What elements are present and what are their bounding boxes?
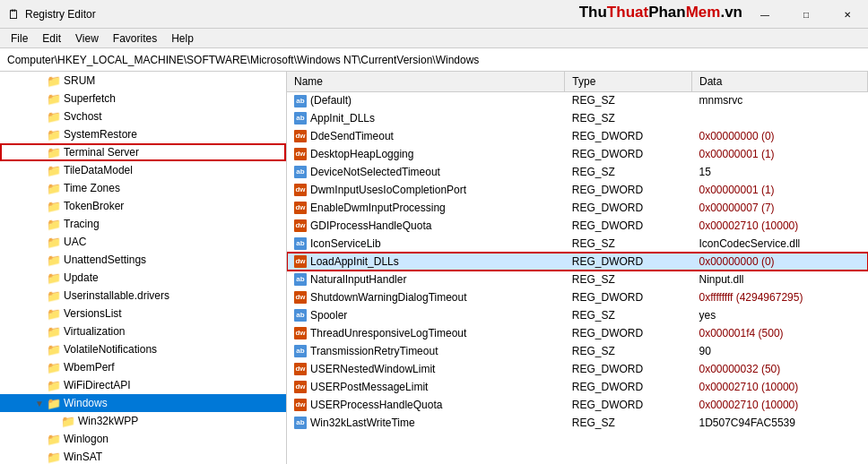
type-icon: dw bbox=[294, 399, 307, 411]
tree-item[interactable]: 📁SRUM bbox=[0, 72, 286, 90]
row-data bbox=[692, 109, 868, 127]
table-row[interactable]: ab(Default)REG_SZmnmsrvc bbox=[287, 91, 868, 109]
tree-item[interactable]: 📁Winlogon bbox=[0, 430, 286, 448]
table-row[interactable]: dwUSERPostMessageLimitREG_DWORD0x0000271… bbox=[287, 378, 868, 396]
menu-help[interactable]: Help bbox=[164, 30, 201, 47]
maximize-button[interactable]: □ bbox=[786, 0, 827, 29]
row-type: REG_DWORD bbox=[565, 324, 692, 342]
watermark: ThuThuatPhanMem.vn bbox=[579, 4, 742, 21]
folder-icon: 📁 bbox=[47, 433, 61, 446]
tree-label: Tracing bbox=[64, 218, 100, 230]
type-icon: ab bbox=[294, 112, 307, 125]
folder-icon: 📁 bbox=[47, 200, 61, 213]
type-icon: ab bbox=[294, 273, 307, 286]
tree-label: Win32kWPP bbox=[78, 415, 138, 427]
tree-item[interactable]: 📁Virtualization bbox=[0, 322, 286, 340]
tree-item[interactable]: 📁Time Zones bbox=[0, 179, 286, 197]
menu-edit[interactable]: Edit bbox=[35, 30, 68, 47]
tree-item[interactable]: 📁Win32kWPP bbox=[0, 412, 286, 430]
folder-icon: 📁 bbox=[47, 253, 61, 267]
tree-item[interactable]: 📁VersionsList bbox=[0, 305, 286, 322]
tree-expand-icon[interactable]: ▼ bbox=[32, 399, 47, 408]
tree-item[interactable]: 📁WiFiDirectAPI bbox=[0, 376, 286, 394]
table-row[interactable]: abTransmissionRetryTimeoutREG_SZ90 bbox=[287, 342, 868, 360]
tree-label: UnattendSettings bbox=[64, 253, 146, 266]
folder-icon: 📁 bbox=[47, 451, 61, 464]
app-title: Registry Editor bbox=[25, 8, 96, 21]
table-row[interactable]: dwThreadUnresponsiveLogTimeoutREG_DWORD0… bbox=[287, 324, 868, 342]
table-row[interactable]: dwDdeSendTimeoutREG_DWORD0x00000000 (0) bbox=[287, 127, 868, 145]
tree-label: VersionsList bbox=[64, 307, 122, 320]
tree-item[interactable]: 📁Userinstallable.drivers bbox=[0, 287, 286, 305]
tree-label: SystemRestore bbox=[64, 128, 137, 141]
menu-file[interactable]: File bbox=[4, 30, 35, 47]
table-row[interactable]: abIconServiceLibREG_SZIconCodecService.d… bbox=[287, 235, 868, 253]
row-type: REG_DWORD bbox=[565, 378, 692, 396]
type-icon: ab bbox=[294, 166, 307, 178]
row-name: dwDwmInputUsesIoCompletionPort bbox=[287, 181, 565, 199]
type-icon: dw bbox=[294, 381, 307, 393]
tree-item[interactable]: 📁Svchost bbox=[0, 107, 286, 125]
type-icon: dw bbox=[294, 291, 307, 304]
tree-item[interactable]: 📁WinSAT bbox=[0, 448, 286, 464]
table-row[interactable]: dwDwmInputUsesIoCompletionPortREG_DWORD0… bbox=[287, 181, 868, 199]
menu-favorites[interactable]: Favorites bbox=[106, 30, 164, 47]
row-data: 0x00000001 (1) bbox=[692, 145, 868, 163]
close-button[interactable]: ✕ bbox=[827, 0, 868, 29]
tree-item[interactable]: 📁Tracing bbox=[0, 215, 286, 233]
row-name: dwUSERNestedWindowLimit bbox=[287, 360, 565, 378]
table-row[interactable]: abDeviceNotSelectedTimeoutREG_SZ15 bbox=[287, 163, 868, 181]
row-name: abDeviceNotSelectedTimeout bbox=[287, 163, 565, 181]
table-row[interactable]: dwDesktopHeapLoggingREG_DWORD0x00000001 … bbox=[287, 145, 868, 163]
row-data: IconCodecService.dll bbox=[692, 235, 868, 253]
tree-label: Time Zones bbox=[64, 182, 120, 194]
table-row[interactable]: dwUSERProcessHandleQuotaREG_DWORD0x00002… bbox=[287, 396, 868, 414]
tree-item[interactable]: ▼📁Windows bbox=[0, 394, 286, 412]
window-controls[interactable]: — □ ✕ bbox=[744, 0, 868, 29]
tree-item[interactable]: 📁VolatileNotifications bbox=[0, 340, 286, 358]
right-panel[interactable]: Name Type Data ab(Default)REG_SZmnmsrvca… bbox=[287, 72, 868, 464]
row-name: dwThreadUnresponsiveLogTimeout bbox=[287, 324, 565, 342]
row-data: 0x000001f4 (500) bbox=[692, 324, 868, 342]
tree-item[interactable]: 📁Superfetch bbox=[0, 90, 286, 107]
row-data: 0x00002710 (10000) bbox=[692, 396, 868, 414]
folder-icon: 📁 bbox=[61, 415, 75, 428]
table-row[interactable]: dwUSERNestedWindowLimitREG_DWORD0x000000… bbox=[287, 360, 868, 378]
row-type: REG_DWORD bbox=[565, 288, 692, 306]
tree-item[interactable]: 📁SystemRestore bbox=[0, 125, 286, 143]
left-panel[interactable]: 📁SRUM📁Superfetch📁Svchost📁SystemRestore📁T… bbox=[0, 72, 287, 464]
table-row[interactable]: abWin32kLastWriteTimeREG_SZ1D507C94FAC55… bbox=[287, 414, 868, 432]
table-row[interactable]: dwShutdownWarningDialogTimeoutREG_DWORD0… bbox=[287, 288, 868, 306]
table-row[interactable]: dwGDIProcessHandleQuotaREG_DWORD0x000027… bbox=[287, 217, 868, 235]
menu-view[interactable]: View bbox=[68, 30, 106, 47]
table-row[interactable]: abNaturalInputHandlerREG_SZNinput.dll bbox=[287, 271, 868, 288]
table-row[interactable]: abAppInit_DLLsREG_SZ bbox=[287, 109, 868, 127]
row-type: REG_SZ bbox=[565, 235, 692, 253]
table-row[interactable]: dwEnableDwmInputProcessingREG_DWORD0x000… bbox=[287, 199, 868, 217]
row-data: 1D507C94FAC5539 bbox=[692, 414, 868, 432]
tree-label: UAC bbox=[64, 236, 86, 248]
tree-item[interactable]: 📁Update bbox=[0, 269, 286, 287]
tree-item[interactable]: 📁UAC bbox=[0, 233, 286, 251]
type-icon: dw bbox=[294, 148, 307, 160]
folder-icon: 📁 bbox=[47, 146, 61, 159]
row-name: abWin32kLastWriteTime bbox=[287, 414, 565, 432]
row-name: abAppInit_DLLs bbox=[287, 109, 565, 127]
row-data: 0xffffffff (4294967295) bbox=[692, 288, 868, 306]
table-row[interactable]: dwLoadAppInit_DLLsREG_DWORD0x00000000 (0… bbox=[287, 253, 868, 271]
tree-item[interactable]: 📁UnattendSettings bbox=[0, 251, 286, 269]
tree-label: Svchost bbox=[64, 110, 102, 123]
tree-item[interactable]: 📁Terminal Server bbox=[0, 143, 286, 161]
minimize-button[interactable]: — bbox=[744, 0, 786, 29]
row-type: REG_SZ bbox=[565, 91, 692, 109]
tree-item[interactable]: 📁TileDataModel bbox=[0, 161, 286, 179]
table-row[interactable]: abSpoolerREG_SZyes bbox=[287, 306, 868, 324]
app-icon: 🗒 bbox=[7, 7, 20, 21]
folder-icon: 📁 bbox=[47, 289, 61, 303]
tree-item[interactable]: 📁WbemPerf bbox=[0, 358, 286, 376]
type-icon: ab bbox=[294, 309, 307, 322]
row-type: REG_DWORD bbox=[565, 145, 692, 163]
tree-label: Terminal Server bbox=[64, 146, 139, 159]
tree-item[interactable]: 📁TokenBroker bbox=[0, 197, 286, 215]
row-type: REG_DWORD bbox=[565, 181, 692, 199]
